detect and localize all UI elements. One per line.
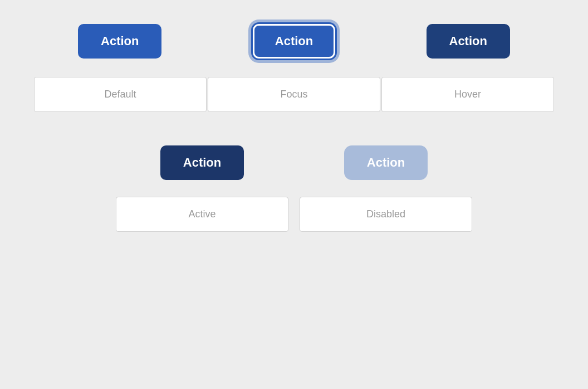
main-container: Action Action Action Default Focus Hover… <box>0 0 588 389</box>
hover-label: Hover <box>381 77 554 112</box>
label-row-2: Active Disabled <box>0 180 588 232</box>
active-label: Active <box>116 197 288 232</box>
label-row-1: Default Focus Hover <box>0 60 588 112</box>
active-button[interactable]: Action <box>160 145 244 180</box>
default-label: Default <box>34 77 207 112</box>
hover-button[interactable]: Action <box>427 24 510 59</box>
button-row-1: Action Action Action <box>0 0 588 60</box>
disabled-button: Action <box>344 145 428 180</box>
focus-button[interactable]: Action <box>251 22 337 60</box>
default-button[interactable]: Action <box>78 24 161 59</box>
disabled-label: Disabled <box>300 197 472 232</box>
button-row-2: Action Action <box>0 112 588 180</box>
focus-label: Focus <box>208 77 380 112</box>
